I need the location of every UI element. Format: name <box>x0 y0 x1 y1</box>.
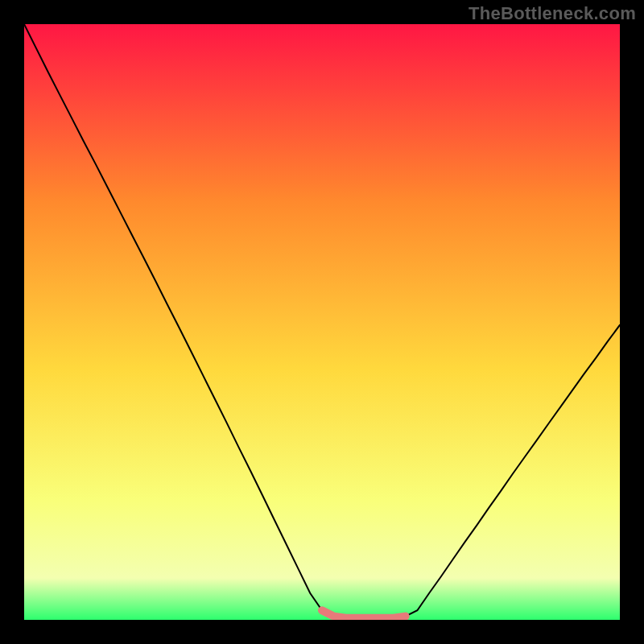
app-frame: TheBottleneck.com <box>0 0 644 644</box>
gradient-background <box>24 24 620 620</box>
watermark-text: TheBottleneck.com <box>469 3 636 24</box>
chart-plot-area <box>24 24 620 620</box>
bottleneck-curve-chart <box>24 24 620 620</box>
